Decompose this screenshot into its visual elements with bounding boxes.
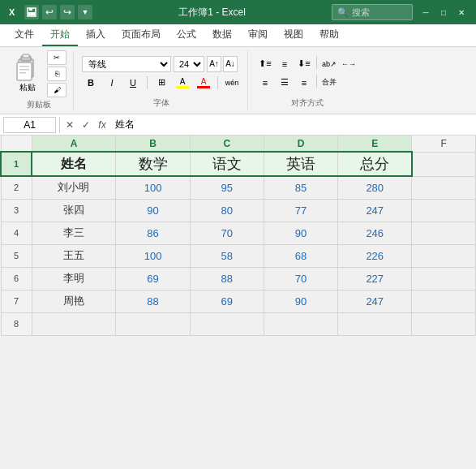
align-middle-button[interactable]: ≡ (276, 56, 294, 72)
col-header-b[interactable]: B (116, 136, 190, 152)
cancel-formula-icon[interactable]: ✕ (63, 119, 76, 131)
underline-button[interactable]: U (124, 75, 142, 91)
cell-A2[interactable]: 刘小明 (32, 176, 116, 199)
cell-C1[interactable]: 语文 (190, 152, 264, 176)
minimize-button[interactable]: ─ (418, 4, 434, 20)
cell-F2[interactable] (412, 176, 476, 199)
cut-button[interactable]: ✂ (47, 50, 66, 65)
cell-F1[interactable] (412, 152, 476, 176)
cell-C5[interactable]: 58 (190, 244, 264, 267)
align-bottom-button[interactable]: ⬇≡ (295, 56, 313, 72)
row-number-4[interactable]: 4 (1, 222, 32, 244)
undo-icon[interactable]: ↩ (42, 5, 57, 19)
font-color-button[interactable]: A (195, 75, 212, 91)
cell-F5[interactable] (412, 244, 476, 267)
row-number-3[interactable]: 3 (1, 199, 32, 222)
row-number-1[interactable]: 1 (1, 152, 32, 176)
cell-E1[interactable]: 总分 (338, 152, 412, 176)
tab-review[interactable]: 审阅 (240, 24, 276, 46)
indent-button[interactable]: ←→ (340, 56, 358, 72)
cell-C3[interactable]: 80 (190, 199, 264, 222)
cell-B1[interactable]: 数学 (116, 152, 190, 176)
tab-pagelayout[interactable]: 页面布局 (114, 24, 169, 46)
cell-C8[interactable] (190, 312, 264, 335)
tab-home[interactable]: 开始 (42, 24, 78, 46)
confirm-formula-icon[interactable]: ✓ (79, 119, 92, 131)
cell-A5[interactable]: 王五 (32, 244, 116, 267)
row-number-6[interactable]: 6 (1, 267, 32, 290)
font-name-select[interactable]: 等线 (82, 56, 171, 72)
cell-B7[interactable]: 88 (116, 290, 190, 312)
cell-A7[interactable]: 周艳 (32, 290, 116, 312)
font-increase-button[interactable]: A↑ (207, 56, 221, 72)
cell-D6[interactable]: 70 (264, 267, 337, 290)
cell-E4[interactable]: 246 (338, 222, 412, 244)
row-number-5[interactable]: 5 (1, 244, 32, 267)
cell-D7[interactable]: 90 (264, 290, 337, 312)
cell-D4[interactable]: 90 (264, 222, 337, 244)
bold-button[interactable]: B (82, 75, 100, 91)
italic-button[interactable]: I (103, 75, 121, 91)
row-number-7[interactable]: 7 (1, 290, 32, 312)
cell-D2[interactable]: 85 (264, 176, 337, 199)
tab-formula[interactable]: 公式 (169, 24, 204, 46)
cell-E8[interactable] (338, 312, 412, 335)
fill-color-button[interactable]: A (174, 75, 191, 91)
paste-button[interactable]: 粘贴 (11, 53, 44, 95)
insert-function-icon[interactable]: fx (96, 119, 109, 131)
cell-B5[interactable]: 100 (116, 244, 190, 267)
name-box[interactable] (3, 117, 56, 133)
copy-button[interactable]: ⎘ (47, 67, 66, 81)
cell-C7[interactable]: 69 (190, 290, 264, 312)
cell-C4[interactable]: 70 (190, 222, 264, 244)
wrap-text-button[interactable]: wén (223, 75, 241, 91)
quick-access-dropdown[interactable]: ▼ (78, 5, 92, 19)
cell-D8[interactable] (264, 312, 337, 335)
tab-help[interactable]: 帮助 (311, 24, 347, 46)
col-header-d[interactable]: D (264, 136, 337, 152)
cell-F8[interactable] (412, 312, 476, 335)
search-box[interactable]: 🔍 搜索 (332, 4, 413, 20)
cell-D3[interactable]: 77 (264, 199, 337, 222)
align-top-button[interactable]: ⬆≡ (256, 56, 274, 72)
tab-view[interactable]: 视图 (276, 24, 311, 46)
cell-A6[interactable]: 李明 (32, 267, 116, 290)
cell-D1[interactable]: 英语 (264, 152, 337, 176)
cell-B2[interactable]: 100 (116, 176, 190, 199)
cell-E3[interactable]: 247 (338, 199, 412, 222)
cell-F4[interactable] (412, 222, 476, 244)
cell-C2[interactable]: 95 (190, 176, 264, 199)
cell-E7[interactable]: 247 (338, 290, 412, 312)
align-right-button[interactable]: ≡ (295, 75, 313, 91)
tab-file[interactable]: 文件 (6, 24, 42, 46)
cell-F3[interactable] (412, 199, 476, 222)
cell-A3[interactable]: 张四 (32, 199, 116, 222)
cell-A4[interactable]: 李三 (32, 222, 116, 244)
border-button[interactable]: ⊞ (152, 75, 170, 91)
cell-A8[interactable] (32, 312, 116, 335)
cell-E5[interactable]: 226 (338, 244, 412, 267)
row-number-8[interactable]: 8 (1, 312, 32, 335)
align-left-button[interactable]: ≡ (256, 75, 274, 91)
close-button[interactable]: ✕ (453, 4, 470, 20)
text-rotate-button[interactable]: ab↗ (320, 56, 338, 72)
font-decrease-button[interactable]: A↓ (223, 56, 238, 72)
cell-E2[interactable]: 280 (338, 176, 412, 199)
tab-insert[interactable]: 插入 (78, 24, 114, 46)
cell-F7[interactable] (412, 290, 476, 312)
col-header-a[interactable]: A (32, 136, 116, 152)
cell-C6[interactable]: 88 (190, 267, 264, 290)
row-number-2[interactable]: 2 (1, 176, 32, 199)
font-size-select[interactable]: 24 (174, 56, 204, 72)
format-painter-button[interactable]: 🖌 (47, 83, 66, 97)
save-icon[interactable] (24, 5, 39, 19)
cell-E6[interactable]: 227 (338, 267, 412, 290)
col-header-e[interactable]: E (338, 136, 412, 152)
cell-B4[interactable]: 86 (116, 222, 190, 244)
cell-B8[interactable] (116, 312, 190, 335)
cell-B6[interactable]: 69 (116, 267, 190, 290)
cell-D5[interactable]: 68 (264, 244, 337, 267)
merge-center-button[interactable]: 合并 (320, 75, 338, 91)
cell-F6[interactable] (412, 267, 476, 290)
cell-B3[interactable]: 90 (116, 199, 190, 222)
